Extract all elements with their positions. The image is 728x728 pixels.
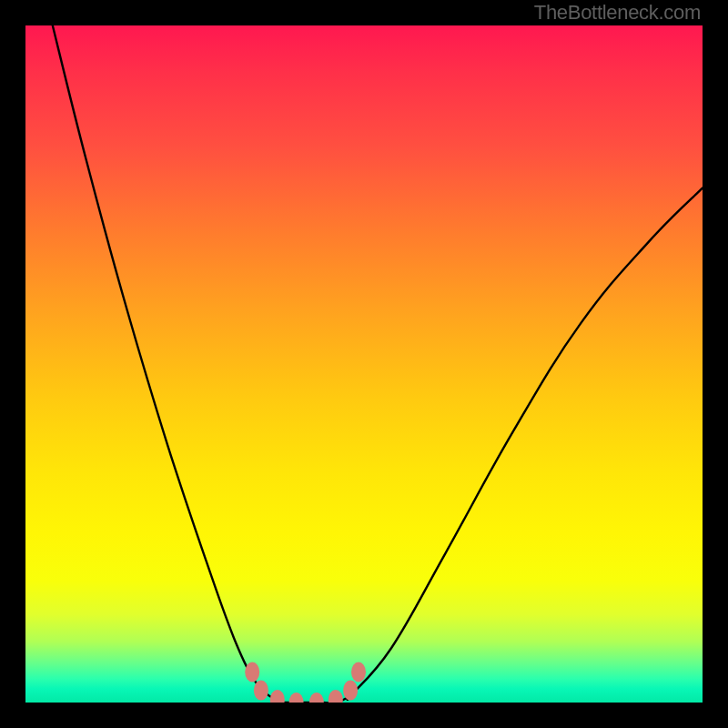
- valley-marker: [343, 681, 358, 701]
- valley-marker: [254, 681, 268, 701]
- valley-marker: [329, 690, 343, 703]
- valley-marker: [245, 662, 259, 682]
- chart-frame: [25, 25, 703, 703]
- watermark: TheBottleneck.com: [534, 1, 701, 25]
- valley-marker: [270, 690, 285, 703]
- valley-marker: [351, 662, 366, 682]
- bottleneck-curve: [25, 25, 703, 703]
- valley-marker: [289, 693, 304, 703]
- valley-marker: [309, 693, 324, 703]
